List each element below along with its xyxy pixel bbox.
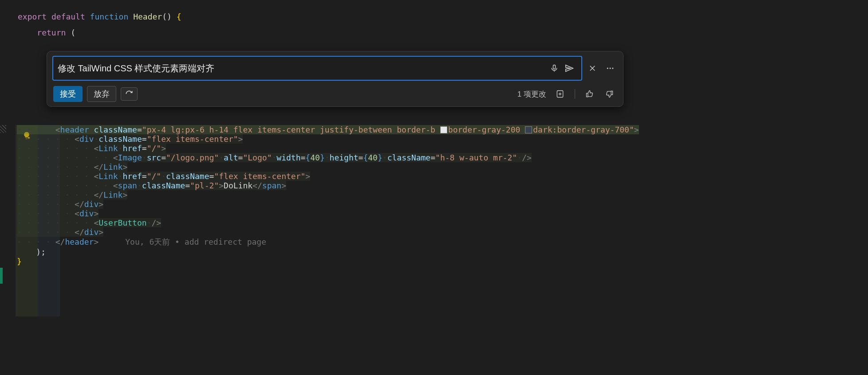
num: 40 <box>310 153 320 162</box>
open-paren: ( <box>71 28 75 37</box>
tag-div: div <box>79 209 94 218</box>
keyword-function: function <box>90 12 129 21</box>
tag-span: span <box>118 181 137 190</box>
action-row: 接受 放弃 1 项更改 <box>52 86 618 102</box>
tag-div: div <box>79 134 94 144</box>
gutter-diff-marker <box>0 125 6 133</box>
send-icon[interactable] <box>562 61 577 76</box>
attr-val: / <box>151 172 156 181</box>
keyword-return: return <box>37 28 66 37</box>
svg-point-2 <box>610 68 611 69</box>
regenerate-button[interactable] <box>121 87 138 101</box>
prompt-input[interactable]: 修改 TailWind CSS 样式使元素两端对齐 <box>52 56 582 81</box>
attr-val: /logo.png <box>171 153 214 162</box>
attr-val: lg:px-6 <box>171 125 205 134</box>
accept-button[interactable]: 接受 <box>53 86 83 102</box>
tag-image: Image <box>118 153 142 162</box>
attr-val: flex items-center <box>219 172 300 181</box>
num: 40 <box>368 153 378 162</box>
tag-link-close: Link <box>103 162 122 172</box>
parens: () <box>162 12 172 21</box>
changes-count: 1 项更改 <box>517 89 546 99</box>
code-line: return ( <box>18 25 868 41</box>
close-icon[interactable] <box>585 61 600 76</box>
generated-code: · · · · <header·className="px-4·lg:px-6·… <box>17 125 639 266</box>
code-line: · · · · <header·className="px-4·lg:px-6·… <box>17 125 639 134</box>
tag-div-close: div <box>84 227 99 237</box>
svg-rect-0 <box>553 65 556 69</box>
attr-val: / <box>151 144 156 153</box>
attr-val: flex items-center <box>151 134 233 144</box>
open-brace: { <box>177 12 181 21</box>
gutter-added-marker <box>0 268 3 284</box>
tag-div-close: div <box>84 199 99 209</box>
function-name: Header <box>133 12 162 21</box>
reject-button[interactable]: 放弃 <box>87 86 116 102</box>
color-swatch-light <box>440 126 447 133</box>
tag-link: Link <box>99 144 118 153</box>
tag-link: Link <box>99 172 118 181</box>
code-line: · · · · </header>You, 6天前 • add redirect… <box>17 237 639 247</box>
input-row: 修改 TailWind CSS 样式使元素两端对齐 <box>52 56 618 81</box>
code-line: export default function Header() { <box>18 9 868 25</box>
tag-span-close: span <box>262 181 281 190</box>
divider <box>575 89 575 99</box>
svg-point-1 <box>607 68 608 69</box>
thumbs-down-icon[interactable] <box>602 86 617 102</box>
inline-chat-panel: 修改 TailWind CSS 样式使元素两端对齐 接受 放弃 1 项更改 <box>47 51 623 107</box>
attr-val: dark:border-gray-700 <box>533 125 629 134</box>
color-swatch-dark <box>525 126 532 133</box>
attr-val: h-8 w-auto mr-2 <box>440 153 513 162</box>
attr-val: border-gray-200 <box>448 125 521 134</box>
diff-icon[interactable] <box>552 86 568 102</box>
code-line: } <box>17 257 639 266</box>
tag-link-close: Link <box>103 190 122 199</box>
prompt-text: 修改 TailWind CSS 样式使元素两端对齐 <box>58 62 547 74</box>
tag-userbutton: UserButton <box>99 218 146 227</box>
attr-val: px-4 <box>147 125 166 134</box>
keyword-export: export <box>18 12 47 21</box>
code-editor[interactable]: export default function Header() { retur… <box>0 0 868 41</box>
text-content: DoLink <box>224 181 253 190</box>
more-icon[interactable] <box>603 61 618 76</box>
code-line: ); <box>17 247 639 257</box>
svg-point-3 <box>612 68 613 69</box>
git-blame-annotation: You, 6天前 • add redirect page <box>99 237 266 246</box>
keyword-default: default <box>51 12 85 21</box>
mic-icon[interactable] <box>547 61 562 76</box>
thumbs-up-icon[interactable] <box>582 86 597 102</box>
tag-header: header <box>60 125 89 134</box>
attr-val: Logo <box>248 153 267 162</box>
attr-val: pl-2 <box>195 181 214 190</box>
tag-header-close: header <box>65 237 94 246</box>
